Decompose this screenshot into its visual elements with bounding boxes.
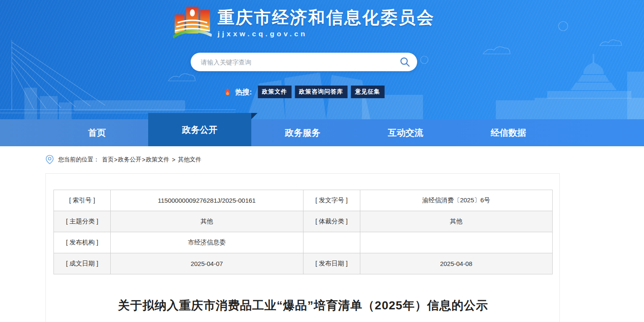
meta-value-topic-category: 其他 (111, 211, 303, 232)
meta-value-doc-no: 渝经信消费〔2025〕6号 (360, 190, 553, 211)
breadcrumb-other-files[interactable]: 其他文件 (178, 156, 202, 164)
breadcrumb-label: 您当前的位置： (58, 156, 99, 164)
site-domain: jjxxw.cq.gov.cn (218, 30, 435, 38)
meta-value-issuing-agency: 市经济信息委 (111, 232, 303, 253)
meta-label-issuing-agency: [ 发布机构 ] (54, 232, 111, 253)
meta-value-empty (360, 232, 553, 253)
search-input[interactable] (201, 59, 399, 66)
breadcrumb-separator: > (172, 156, 175, 163)
table-row: [ 发布机构 ] 市经济信息委 (54, 232, 553, 253)
main-nav: 首页 政务公开 政务服务 互动交流 经信数据 (0, 119, 644, 146)
nav-item-gov-disclosure[interactable]: 政务公开 (148, 113, 251, 146)
hot-search-label: 热搜: (235, 87, 252, 97)
meta-label-topic-category: [ 主题分类 ] (54, 211, 111, 232)
meta-label-publish-date: [ 发布日期 ] (303, 253, 360, 274)
breadcrumb: 您当前的位置： 首页 > 政务公开 > 政策文件 > 其他文件 (45, 155, 560, 164)
search-icon (399, 56, 410, 67)
nav-item-economic-data[interactable]: 经信数据 (457, 119, 560, 146)
meta-label-genre-category: [ 体裁分类 ] (303, 211, 360, 232)
flame-icon (224, 87, 232, 97)
document-meta-table: [ 索引号 ] 11500000009276281J/2025-00161 [ … (53, 190, 553, 274)
main-content: 您当前的位置： 首页 > 政务公开 > 政策文件 > 其他文件 [ 索引号 ] … (45, 155, 560, 322)
table-row: [ 索引号 ] 11500000009276281J/2025-00161 [ … (54, 190, 553, 211)
header-banner: 重庆市经济和信息化委员会 jjxxw.cq.gov.cn 热搜: 政策文件 政策… (0, 0, 644, 119)
hot-search-row: 热搜: 政策文件 政策咨询问答库 意见征集 (224, 86, 385, 98)
header-logo-link[interactable]: 重庆市经济和信息化委员会 jjxxw.cq.gov.cn (173, 5, 435, 39)
table-row: [ 成文日期 ] 2025-04-07 [ 发布日期 ] 2025-04-08 (54, 253, 553, 274)
nav-item-interaction[interactable]: 互动交流 (354, 119, 457, 146)
hot-search-item-policy-qa[interactable]: 政策咨询问答库 (295, 86, 347, 98)
nav-item-gov-services[interactable]: 政务服务 (251, 119, 354, 146)
breadcrumb-separator: > (114, 156, 117, 163)
meta-value-written-date: 2025-04-07 (111, 253, 303, 274)
breadcrumb-home[interactable]: 首页 (102, 156, 114, 164)
meta-value-genre-category: 其他 (360, 211, 553, 232)
site-logo-icon (173, 5, 212, 39)
search-bar (191, 53, 417, 71)
nav-item-home[interactable]: 首页 (45, 119, 148, 146)
meta-label-written-date: [ 成文日期 ] (54, 253, 111, 274)
document-title: 关于拟纳入重庆市消费品工业“爆品”培育清单（2025年）信息的公示 (53, 298, 553, 314)
site-title: 重庆市经济和信息化委员会 (218, 8, 435, 27)
search-button[interactable] (399, 56, 410, 67)
site-titles: 重庆市经济和信息化委员会 jjxxw.cq.gov.cn (218, 5, 435, 38)
hot-search-item-opinion[interactable]: 意见征集 (351, 86, 384, 98)
meta-value-index-no: 11500000009276281J/2025-00161 (111, 190, 303, 211)
document-card: [ 索引号 ] 11500000009276281J/2025-00161 [ … (45, 173, 560, 322)
table-row: [ 主题分类 ] 其他 [ 体裁分类 ] 其他 (54, 211, 553, 232)
breadcrumb-policy-files[interactable]: 政策文件 (146, 156, 169, 164)
meta-label-doc-no: [ 发文字号 ] (303, 190, 360, 211)
hot-search-item-policy-files[interactable]: 政策文件 (258, 86, 291, 98)
breadcrumb-gov-disclosure[interactable]: 政务公开 (118, 156, 141, 164)
meta-label-empty (303, 232, 360, 253)
location-pin-icon (45, 155, 54, 164)
meta-value-publish-date: 2025-04-08 (360, 253, 553, 274)
breadcrumb-separator: > (142, 156, 145, 163)
meta-label-index-no: [ 索引号 ] (54, 190, 111, 211)
